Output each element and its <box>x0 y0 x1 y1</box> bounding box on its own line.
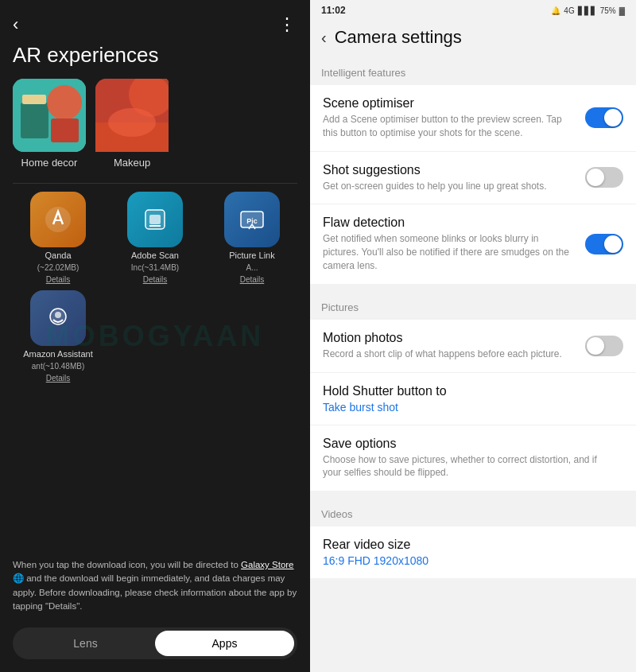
tab-lens[interactable]: Lens <box>16 631 155 656</box>
app-item-picture[interactable]: Pic Picture Link A... Details <box>207 192 297 284</box>
settings-title: Camera settings <box>335 27 462 48</box>
shot-toggle-knob <box>587 169 604 186</box>
ar-item-makeup[interactable]: Makeup <box>95 79 169 169</box>
section-header-intelligent: Intelligent features <box>310 57 636 84</box>
battery-bar: ▓ <box>619 6 625 15</box>
save-desc: Choose how to save pictures, whether to … <box>323 453 614 480</box>
app-size-adobe: Inc(~31.4MB) <box>131 263 179 272</box>
ar-thumb-makeup <box>95 79 169 152</box>
scene-title: Scene optimiser <box>323 96 576 111</box>
battery-icon: 75% <box>600 6 616 15</box>
motion-title: Motion photos <box>323 331 576 345</box>
signal-bars: ▋▋▋ <box>578 6 597 15</box>
app-details-qanda[interactable]: Details <box>46 275 71 284</box>
motion-toggle-knob <box>587 337 604 355</box>
video-size-text: Rear video size 16:9 FHD 1920x1080 <box>323 538 623 567</box>
settings-item-shutter[interactable]: Hold Shutter button to Take burst shot <box>310 373 636 425</box>
shot-toggle[interactable] <box>585 167 623 188</box>
flaw-title: Flaw detection <box>323 216 576 230</box>
app-name-adobe: Adobe Scan <box>131 251 179 260</box>
video-size-link: 16:9 FHD 1920x1080 <box>323 554 614 567</box>
pictures-card: Motion photos Record a short clip of wha… <box>310 320 636 491</box>
svg-point-3 <box>47 85 82 120</box>
ar-thumb-home <box>13 79 86 152</box>
app-details-picture[interactable]: Details <box>240 275 265 284</box>
motion-text: Motion photos Record a short clip of wha… <box>323 331 585 361</box>
scene-toggle-knob <box>604 109 622 126</box>
flaw-desc: Get notified when someone blinks or look… <box>323 232 576 272</box>
menu-button[interactable]: ⋮ <box>278 14 297 35</box>
settings-item-save[interactable]: Save options Choose how to save pictures… <box>310 425 636 491</box>
back-button[interactable]: ‹ <box>13 14 18 35</box>
flaw-toggle[interactable] <box>585 234 623 254</box>
app-icon-picture: Pic <box>224 192 280 247</box>
section-header-pictures: Pictures <box>310 292 636 318</box>
gap-2 <box>310 492 636 499</box>
scene-desc: Add a Scene optimiser button to the prev… <box>323 113 576 140</box>
app-name-qanda: Qanda <box>45 251 71 260</box>
shot-title: Shot suggestions <box>323 163 576 177</box>
settings-item-scene[interactable]: Scene optimiser Add a Scene optimiser bu… <box>310 85 636 152</box>
settings-scroll[interactable]: Intelligent features Scene optimiser Add… <box>310 57 636 672</box>
app-item-amazon[interactable]: Amazon Assistant ant(~10.48MB) Details <box>13 290 103 383</box>
signal-icon: 4G <box>564 6 574 15</box>
galaxy-store-link[interactable]: Galaxy Store <box>241 560 293 569</box>
app-size-qanda: (~22.02MB) <box>37 263 80 272</box>
app-details-adobe[interactable]: Details <box>143 275 168 284</box>
camera-settings-header: ‹ Camera settings <box>310 19 636 57</box>
motion-desc: Record a short clip of what happens befo… <box>323 348 576 361</box>
app-item-qanda[interactable]: Qanda (~22.02MB) Details <box>13 192 103 284</box>
scene-toggle[interactable] <box>585 107 623 128</box>
status-time: 11:02 <box>321 5 346 16</box>
shot-desc: Get on-screen guides to help you line up… <box>323 180 576 193</box>
shot-text: Shot suggestions Get on-screen guides to… <box>323 163 585 193</box>
left-header: ‹ ⋮ <box>0 0 310 43</box>
svg-point-17 <box>55 312 61 318</box>
settings-item-shot[interactable]: Shot suggestions Get on-screen guides to… <box>310 152 636 205</box>
left-panel: ‹ ⋮ AR experiences Home decor <box>0 0 310 672</box>
app-name-amazon: Amazon Assistant <box>23 349 92 359</box>
settings-item-video-size[interactable]: Rear video size 16:9 FHD 1920x1080 <box>310 526 636 578</box>
status-icons: 🔔 4G ▋▋▋ 75% ▓ <box>551 6 625 15</box>
shutter-text: Hold Shutter button to Take burst shot <box>323 384 623 414</box>
ar-item-makeup-label: Makeup <box>114 157 150 169</box>
page-title: AR experiences <box>0 43 310 79</box>
ar-grid: Home decor Makeup <box>0 79 310 180</box>
flaw-toggle-knob <box>604 235 622 253</box>
status-bar: 11:02 🔔 4G ▋▋▋ 75% ▓ <box>310 0 636 19</box>
app-icon-qanda <box>30 192 86 247</box>
svg-rect-2 <box>22 95 46 104</box>
intelligent-features-card: Scene optimiser Add a Scene optimiser bu… <box>310 85 636 284</box>
divider <box>13 183 297 184</box>
app-size-amazon: ant(~10.48MB) <box>32 362 84 371</box>
ar-item-home-label: Home decor <box>21 157 78 169</box>
svg-rect-4 <box>51 118 79 142</box>
bottom-tabs: Lens Apps <box>13 627 297 659</box>
shutter-title: Hold Shutter button to <box>323 384 614 398</box>
app-icon-amazon <box>30 290 86 346</box>
bottom-info: When you tap the download icon, you will… <box>0 549 310 621</box>
app-name-picture: Picture Link <box>229 251 274 260</box>
scene-text: Scene optimiser Add a Scene optimiser bu… <box>323 96 585 140</box>
section-header-videos: Videos <box>310 499 636 525</box>
app-details-amazon[interactable]: Details <box>46 374 71 383</box>
app-icon-adobe <box>127 192 183 247</box>
settings-item-flaw[interactable]: Flaw detection Get notified when someone… <box>310 204 636 283</box>
gap-1 <box>310 286 636 292</box>
videos-card: Rear video size 16:9 FHD 1920x1080 <box>310 526 636 578</box>
video-size-title: Rear video size <box>323 538 614 552</box>
settings-back-button[interactable]: ‹ <box>321 29 327 47</box>
motion-toggle[interactable] <box>585 336 623 356</box>
svg-point-8 <box>108 108 156 137</box>
app-size-picture: A... <box>246 263 258 272</box>
shutter-link: Take burst shot <box>323 401 614 414</box>
save-text: Save options Choose how to save pictures… <box>323 437 623 480</box>
ar-item-home[interactable]: Home decor <box>13 79 86 169</box>
tab-apps[interactable]: Apps <box>155 631 294 656</box>
svg-rect-1 <box>21 103 48 138</box>
app-item-adobe[interactable]: Adobe Scan Inc(~31.4MB) Details <box>110 192 200 284</box>
apps-grid: Qanda (~22.02MB) Details Adobe Scan Inc(… <box>0 192 310 383</box>
svg-rect-12 <box>149 215 161 224</box>
settings-item-motion[interactable]: Motion photos Record a short clip of wha… <box>310 320 636 373</box>
save-title: Save options <box>323 437 614 451</box>
